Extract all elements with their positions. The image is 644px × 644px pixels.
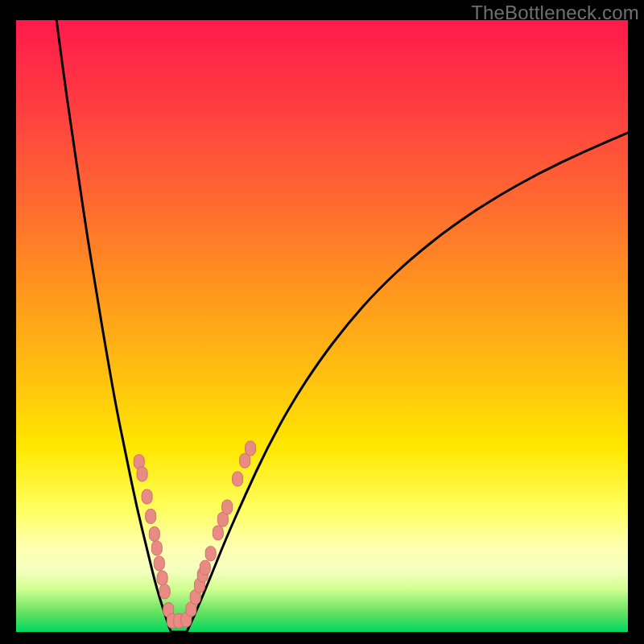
data-marker bbox=[159, 584, 170, 599]
data-marker bbox=[154, 556, 164, 571]
data-marker bbox=[222, 500, 233, 514]
data-marker bbox=[233, 472, 243, 486]
data-marker bbox=[137, 467, 147, 481]
right-curve bbox=[187, 133, 628, 632]
data-marker bbox=[200, 560, 210, 575]
data-marker bbox=[205, 547, 216, 561]
chart-frame: TheBottleneck.com bbox=[0, 0, 644, 644]
data-marker bbox=[149, 526, 159, 541]
data-marker bbox=[157, 571, 167, 585]
data-marker bbox=[151, 541, 162, 555]
plot-area bbox=[16, 20, 628, 632]
marker-group bbox=[134, 441, 255, 628]
data-marker bbox=[142, 489, 152, 504]
data-marker bbox=[246, 441, 256, 456]
curve-layer bbox=[16, 20, 628, 632]
watermark-text: TheBottleneck.com bbox=[471, 2, 639, 24]
data-marker bbox=[213, 526, 223, 540]
data-marker bbox=[146, 509, 156, 523]
